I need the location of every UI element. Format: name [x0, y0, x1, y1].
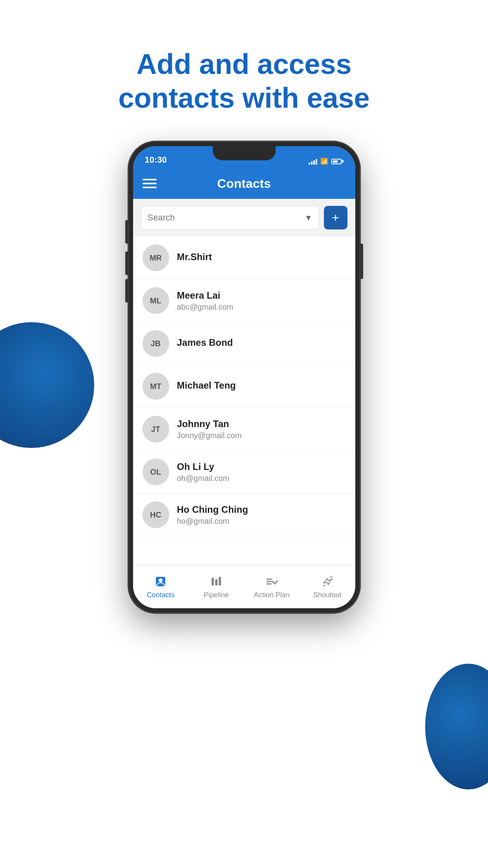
battery-icon: [331, 159, 344, 164]
hamburger-menu-button[interactable]: [143, 179, 157, 188]
contact-item[interactable]: ML Meera Lai abc@gmail.com: [133, 279, 355, 322]
shoutout-nav-icon: [320, 574, 334, 589]
svg-point-1: [159, 578, 163, 582]
contact-name: Ho Ching Ching: [177, 504, 346, 515]
contact-item[interactable]: JB James Bond: [133, 322, 355, 365]
shoutout-nav-label: Shoutout: [313, 591, 342, 599]
contact-item[interactable]: OL Oh Li Ly oh@gmail.com: [133, 451, 355, 494]
pipeline-nav-label: Pipeline: [204, 591, 229, 599]
action-plan-nav-label: Action Plan: [254, 591, 290, 599]
phone-screen: 10:30 📶 Contacts: [133, 146, 355, 608]
nav-item-shoutout[interactable]: Shoutout: [300, 571, 355, 602]
pipeline-nav-icon: [209, 574, 223, 589]
nav-item-pipeline[interactable]: Pipeline: [188, 571, 244, 602]
avatar: MR: [143, 244, 169, 271]
contact-info: Johnny Tan Jonny@gmail.com: [177, 418, 346, 440]
decorative-circle-right: [425, 664, 488, 789]
action-plan-nav-icon: [265, 574, 279, 589]
contact-item[interactable]: JT Johnny Tan Jonny@gmail.com: [133, 408, 355, 451]
avatar: OL: [143, 459, 169, 485]
signal-icon: [309, 158, 317, 165]
search-input[interactable]: [148, 213, 305, 223]
headline: Add and access contacts with ease: [0, 47, 488, 115]
avatar: ML: [143, 287, 169, 314]
plus-icon: +: [332, 211, 339, 224]
contact-name: Oh Li Ly: [177, 461, 346, 472]
contact-info: James Bond: [177, 337, 346, 350]
decorative-circle-left: [0, 322, 94, 448]
avatar: MT: [143, 373, 169, 400]
phone-mockup: 10:30 📶 Contacts: [128, 141, 360, 613]
contact-name: James Bond: [177, 337, 346, 348]
app-header: Contacts: [133, 168, 355, 199]
search-dropdown-icon[interactable]: ▼: [305, 213, 313, 222]
wifi-icon: 📶: [320, 158, 328, 165]
contact-item[interactable]: MT Michael Teng: [133, 365, 355, 408]
app-content: ▼ + MR Mr.Shirt ML: [133, 199, 355, 608]
avatar: HC: [143, 501, 169, 528]
phone-frame: 10:30 📶 Contacts: [128, 141, 360, 613]
headline-line1: Add and access: [136, 48, 351, 80]
avatar: JB: [143, 330, 169, 357]
contacts-nav-icon: [154, 574, 168, 589]
app-title: Contacts: [217, 176, 271, 191]
contact-email: ho@gmail.com: [177, 517, 346, 526]
contact-info: Mr.Shirt: [177, 251, 346, 264]
bottom-nav: Contacts Pipeline: [133, 565, 355, 608]
status-icons: 📶: [309, 158, 344, 165]
contact-item[interactable]: MR Mr.Shirt: [133, 237, 355, 279]
svg-rect-2: [212, 578, 214, 585]
contact-name: Michael Teng: [177, 380, 346, 391]
contact-name: Mr.Shirt: [177, 251, 346, 262]
contacts-nav-label: Contacts: [147, 591, 175, 599]
svg-point-8: [324, 585, 325, 586]
headline-line2: contacts with ease: [118, 82, 369, 114]
status-time: 10:30: [145, 155, 167, 165]
svg-rect-4: [219, 577, 221, 585]
svg-rect-3: [215, 579, 217, 585]
add-contact-button[interactable]: +: [324, 206, 347, 229]
svg-line-9: [331, 577, 332, 578]
contact-name: Meera Lai: [177, 290, 346, 301]
contact-item[interactable]: HC Ho Ching Ching ho@gmail.com: [133, 494, 355, 536]
search-area: ▼ +: [133, 199, 355, 237]
contact-info: Meera Lai abc@gmail.com: [177, 290, 346, 312]
contact-email: Jonny@gmail.com: [177, 431, 346, 440]
contact-info: Michael Teng: [177, 380, 346, 393]
nav-item-contacts[interactable]: Contacts: [133, 571, 189, 602]
search-input-wrapper[interactable]: ▼: [141, 206, 319, 229]
contact-name: Johnny Tan: [177, 418, 346, 429]
contacts-list: MR Mr.Shirt ML Meera Lai abc@gmail.com: [133, 237, 355, 565]
contact-email: oh@gmail.com: [177, 474, 346, 483]
phone-notch: [213, 146, 276, 160]
avatar: JT: [143, 416, 169, 442]
contact-email: abc@gmail.com: [177, 303, 346, 312]
contact-info: Oh Li Ly oh@gmail.com: [177, 461, 346, 483]
contact-info: Ho Ching Ching ho@gmail.com: [177, 504, 346, 526]
nav-item-action-plan[interactable]: Action Plan: [244, 571, 300, 602]
